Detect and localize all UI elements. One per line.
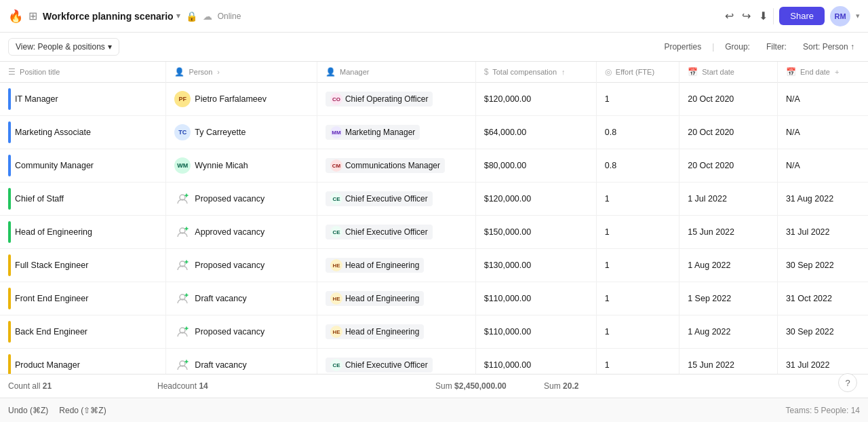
col-header-enddate[interactable]: 📅 End date +	[777, 62, 868, 83]
avatar-chevron-icon[interactable]: ▾	[856, 12, 860, 20]
table-row[interactable]: Product ManagerDraft vacancyCEChief Exec…	[0, 349, 868, 375]
person-cell[interactable]: PFPietro Farfalameev	[166, 83, 317, 116]
manager-tag: CMCommunications Manager	[326, 158, 445, 173]
share-button[interactable]: Share	[779, 7, 825, 25]
main-table-container: ☰ Position title 👤 Person › 👤 Manager $ …	[0, 62, 868, 374]
manager-name: Marketing Manager	[345, 128, 415, 137]
col-header-position[interactable]: ☰ Position title	[0, 62, 166, 83]
grid-icon[interactable]: ⊞	[28, 9, 37, 22]
person-cell[interactable]: Approved vacancy	[166, 216, 317, 249]
help-button[interactable]: ?	[838, 373, 857, 392]
manager-cell[interactable]: CMCommunications Manager	[317, 149, 475, 183]
row-dot	[8, 354, 11, 374]
manager-cell[interactable]: HEHead of Engineering	[317, 249, 475, 282]
person-cell[interactable]: WMWynnie Micah	[166, 149, 317, 183]
compensation-sort-icon[interactable]: ↑	[561, 68, 566, 76]
effort-cell: 1	[596, 349, 679, 375]
manager-cell[interactable]: CEChief Executive Officer	[317, 216, 475, 249]
manager-cell[interactable]: CEChief Executive Officer	[317, 349, 475, 375]
position-title: Head of Engineering	[15, 227, 92, 237]
table-row[interactable]: Front End EngineerDraft vacancyHEHead of…	[0, 282, 868, 315]
filter-button[interactable]: Filter:	[761, 39, 792, 55]
person-cell[interactable]: Draft vacancy	[166, 282, 317, 315]
manager-tag: COChief Operating Officer	[326, 92, 433, 107]
table-header-row: ☰ Position title 👤 Person › 👤 Manager $ …	[0, 62, 868, 83]
position-cell[interactable]: Product Manager	[0, 349, 166, 375]
position-cell[interactable]: Head of Engineering	[0, 216, 166, 249]
manager-cell[interactable]: MMMarketing Manager	[317, 116, 475, 149]
manager-cell[interactable]: HEHead of Engineering	[317, 315, 475, 349]
table-row[interactable]: Back End EngineerProposed vacancyHEHead …	[0, 315, 868, 349]
position-title: Back End Engineer	[15, 327, 87, 337]
app-logo: 🔥	[8, 9, 23, 24]
sort-button[interactable]: Sort: Person ↑	[797, 39, 860, 55]
add-col-icon[interactable]: +	[835, 68, 839, 76]
sum-row: Count all 21 Headcount 14 Sum $2,450,000…	[0, 374, 868, 398]
manager-col-icon: 👤	[326, 67, 336, 77]
enddate-cell: 31 Jul 2022	[777, 349, 868, 375]
table-row[interactable]: Full Stack EngineerProposed vacancyHEHea…	[0, 249, 868, 282]
person-cell[interactable]: Proposed vacancy	[166, 249, 317, 282]
download-icon[interactable]: ⬇	[759, 9, 768, 22]
properties-button[interactable]: Properties	[658, 39, 707, 55]
startdate-cell: 15 Jun 2022	[679, 216, 778, 249]
group-button[interactable]: Group:	[719, 39, 755, 55]
user-avatar[interactable]: RM	[830, 6, 850, 26]
topbar-actions: ↩ ↪ ⬇	[725, 9, 768, 22]
col-header-startdate[interactable]: 📅 Start date	[679, 62, 778, 83]
position-title: Marketing Associate	[15, 128, 91, 137]
position-cell[interactable]: IT Manager	[0, 83, 166, 116]
undo-button[interactable]: Undo (⌘Z)	[8, 406, 48, 415]
col-header-compensation[interactable]: $ Total compensation ↑	[475, 62, 596, 83]
undo-icon[interactable]: ↩	[725, 9, 734, 22]
startdate-col-icon: 📅	[688, 67, 698, 77]
view-chevron-icon: ▾	[108, 42, 112, 52]
enddate-cell: 30 Sep 2022	[777, 315, 868, 349]
position-cell[interactable]: Full Stack Engineer	[0, 249, 166, 282]
row-dot	[8, 288, 11, 309]
startdate-cell: 20 Oct 2020	[679, 83, 778, 116]
col-header-effort[interactable]: ◎ Effort (FTE)	[596, 62, 679, 83]
col-header-manager[interactable]: 👤 Manager	[317, 62, 475, 83]
position-title: Front End Engineer	[15, 294, 88, 303]
enddate-cell: 30 Sep 2022	[777, 249, 868, 282]
compensation-cell: $130,000.00	[475, 249, 596, 282]
compensation-cell: $80,000.00	[475, 149, 596, 183]
redo-button[interactable]: Redo (⇧⌘Z)	[59, 406, 106, 415]
headcount-cell: Headcount 14	[149, 381, 285, 391]
toolbar-separator: |	[712, 42, 714, 52]
manager-cell[interactable]: HEHead of Engineering	[317, 282, 475, 315]
table-row[interactable]: Head of EngineeringApproved vacancyCEChi…	[0, 216, 868, 249]
manager-cell[interactable]: COChief Operating Officer	[317, 83, 475, 116]
table-row[interactable]: Community ManagerWMWynnie MicahCMCommuni…	[0, 149, 868, 183]
manager-name: Head of Engineering	[345, 261, 419, 270]
position-cell[interactable]: Back End Engineer	[0, 315, 166, 349]
title-chevron-icon[interactable]: ▾	[176, 12, 180, 20]
person-cell[interactable]: Proposed vacancy	[166, 315, 317, 349]
table-row[interactable]: IT ManagerPFPietro FarfalameevCOChief Op…	[0, 83, 868, 116]
person-avatar: PF	[174, 91, 191, 107]
person-avatar: WM	[174, 157, 191, 174]
position-cell[interactable]: Community Manager	[0, 149, 166, 183]
position-cell[interactable]: Marketing Associate	[0, 116, 166, 149]
redo-icon[interactable]: ↪	[742, 9, 751, 22]
sum-compensation-cell: Sum $2,450,000.00	[427, 381, 536, 391]
effort-cell: 1	[596, 249, 679, 282]
manager-name: Chief Executive Officer	[345, 360, 428, 370]
startdate-cell: 15 Jun 2022	[679, 349, 778, 375]
col-header-person[interactable]: 👤 Person ›	[166, 62, 317, 83]
document-title: Workforce planning scenario ▾	[43, 11, 180, 22]
person-col-expand-icon[interactable]: ›	[217, 68, 220, 76]
lock-icon[interactable]: 🔒	[186, 11, 197, 22]
person-cell[interactable]: Proposed vacancy	[166, 183, 317, 216]
person-cell[interactable]: Draft vacancy	[166, 349, 317, 375]
manager-cell[interactable]: CEChief Executive Officer	[317, 183, 475, 216]
view-selector[interactable]: View: People & positions ▾	[8, 38, 119, 56]
table-row[interactable]: Marketing AssociateTCTy CarreyetteMMMark…	[0, 116, 868, 149]
position-cell[interactable]: Front End Engineer	[0, 282, 166, 315]
person-cell[interactable]: TCTy Carreyette	[166, 116, 317, 149]
position-cell[interactable]: Chief of Staff	[0, 183, 166, 216]
table-row[interactable]: Chief of StaffProposed vacancyCEChief Ex…	[0, 183, 868, 216]
manager-avatar: HE	[330, 259, 342, 271]
startdate-cell: 1 Aug 2022	[679, 249, 778, 282]
